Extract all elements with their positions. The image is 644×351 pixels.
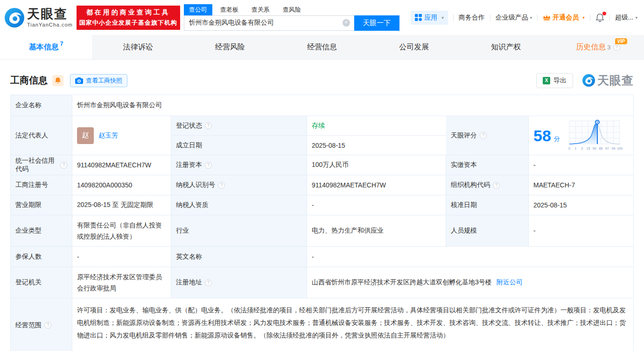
help-icon[interactable]: ?	[480, 132, 487, 139]
tab-basic-info[interactable]: 基本信息 7	[0, 35, 92, 59]
reg-status-value: 存续	[307, 116, 446, 136]
tab-label: 基本信息	[29, 42, 59, 52]
tab-operating-risk[interactable]: 经营风险	[184, 35, 276, 59]
notification-bell[interactable]	[595, 13, 604, 22]
svg-text:100: 100	[617, 147, 623, 150]
chevron-down-icon: ▾	[635, 15, 637, 20]
user-menu[interactable]: 超级... ▾	[615, 14, 637, 22]
bell-icon	[55, 77, 61, 84]
tab-history-info[interactable]: VIP 历史信息 3 ?	[552, 35, 644, 59]
help-icon[interactable]: ?	[205, 162, 212, 169]
reg-authority-value: 原平经济技术开发区管理委员会行政审批局	[72, 267, 171, 298]
nav-divider	[453, 14, 454, 21]
search-tab-company[interactable]: 查公司	[184, 4, 212, 15]
help-icon[interactable]: ?	[218, 182, 225, 189]
promo-line2: 国家中小企业发展子基金旗下机构	[77, 19, 180, 27]
tianyancha-logo-icon	[5, 8, 24, 28]
help-icon[interactable]: ?	[205, 279, 212, 286]
brand-watermark: 天眼查	[582, 73, 634, 88]
tab-legal-proceedings[interactable]: 法律诉讼	[92, 35, 184, 59]
field-label-with-help: 纳税人识别号 ?	[171, 175, 307, 195]
field-label: 实缴资本	[446, 155, 529, 175]
table-row: 经营范围 ? 许可项目：发电业务、输电业务、供（配）电业务。（依法须经批准的项目…	[11, 298, 633, 351]
field-label: 纳税人资质	[171, 195, 307, 215]
view-snapshot-button[interactable]: 查看工商快照	[70, 74, 127, 87]
table-subrow: 登记状态 ? 存续	[171, 116, 446, 136]
promo-banner: 都在用的商业查询工具 国家中小企业发展子基金旗下机构	[77, 6, 180, 30]
en-name-value: -	[307, 247, 633, 267]
nav-divider	[590, 14, 590, 21]
table-row: 工商注册号 14098200A000350 纳税人识别号 ? 91140982M…	[11, 175, 633, 195]
logo-text: 天眼查 TianYanCha.com	[27, 8, 73, 28]
monitor-bell-button[interactable]	[52, 75, 63, 86]
nav-business-coop[interactable]: 商务合作	[459, 14, 485, 22]
tab-company-development[interactable]: 公司发展	[368, 35, 460, 59]
svg-text:1: 1	[574, 147, 576, 150]
table-row: 统一社会信用代码 ? 91140982MAETAECH7W 注册资本 ? 100…	[11, 155, 633, 175]
field-label-with-help: 统一社会信用代码 ?	[11, 155, 72, 175]
help-icon[interactable]: ?	[205, 122, 212, 129]
tab-count: 3	[607, 44, 610, 51]
tianyancha-logo[interactable]: 天眼查 TianYanCha.com	[5, 8, 73, 28]
tab-intellectual-property[interactable]: 知识产权	[460, 35, 552, 59]
clear-icon[interactable]: ×	[343, 19, 350, 27]
nearby-companies-link[interactable]: 附近公司	[497, 278, 523, 287]
taxpayer-no-value: 91140982MAETAECH7W	[307, 175, 446, 195]
top-nav: 应用 ▾ 商务合作 企业级产品 ▾ 开通会员 ▾	[411, 11, 637, 25]
help-icon[interactable]: ?	[60, 162, 67, 169]
field-label: 核准日期	[446, 195, 529, 215]
score-unit: 分	[554, 135, 560, 143]
field-label-with-help: 登记状态 ?	[171, 116, 307, 136]
reg-address-value: 山西省忻州市原平经济技术开发区跨越大道双创孵化基地3号楼	[312, 278, 492, 287]
help-icon[interactable]: ?	[44, 322, 51, 329]
help-icon[interactable]: ?	[493, 182, 500, 189]
search-button[interactable]: 天眼一下	[354, 15, 399, 31]
legal-rep-cell: 赵 赵玉芳	[72, 116, 171, 155]
field-label: 法定代表人	[11, 116, 72, 155]
legal-rep-link[interactable]: 赵玉芳	[98, 131, 118, 140]
svg-text:50: 50	[593, 147, 596, 150]
tab-count: 7	[60, 41, 63, 47]
tab-label: 历史信息	[576, 42, 606, 52]
svg-text:3: 3	[581, 147, 583, 150]
staff-size-value: -	[529, 215, 633, 247]
avatar[interactable]: 赵	[77, 127, 94, 144]
view-snapshot-label: 查看工商快照	[86, 76, 122, 85]
field-label-with-help: 天眼评分 ?	[446, 116, 529, 155]
table-row: 企业名称 忻州市金朔风电设备有限公司	[11, 95, 633, 116]
field-label-with-help: 注册地址 ?	[171, 267, 307, 298]
field-label: 企业类型	[11, 215, 72, 247]
field-label: 成立日期	[171, 136, 307, 155]
search-tab-relation[interactable]: 查关系	[246, 4, 275, 15]
nav-enterprise-products[interactable]: 企业级产品 ▾	[496, 14, 532, 22]
insured-num-value: -	[72, 247, 171, 267]
enterprise-products-label: 企业级产品	[496, 14, 528, 22]
company-name-value: 忻州市金朔风电设备有限公司	[72, 95, 633, 116]
export-button[interactable]: X 导出	[536, 73, 573, 88]
search-tab-risk[interactable]: 查风险	[278, 4, 306, 15]
search-input[interactable]	[184, 15, 354, 31]
tianyancha-watermark-icon	[582, 74, 595, 87]
company-type-value: 有限责任公司（非自然人投资或控股的法人独资）	[72, 215, 171, 247]
camera-icon	[75, 77, 83, 84]
page-tabs: 基本信息 7 法律诉讼 经营风险 经营信息 公司发展 知识产权 VIP 历史信息…	[0, 35, 644, 60]
promo-line1: 都在用的商业查询工具	[77, 8, 180, 17]
apps-menu[interactable]: 应用 ▾	[411, 11, 448, 25]
field-label: 统一社会信用代码	[15, 157, 57, 173]
field-label-with-help: 组织机构代码 ?	[446, 175, 529, 195]
help-icon[interactable]: ?	[613, 44, 620, 51]
tab-operating-info[interactable]: 经营信息	[276, 35, 368, 59]
search-area: 查公司 查老板 查关系 查风险 × 天眼一下	[184, 5, 399, 31]
field-label: 营业期限	[11, 195, 72, 215]
paid-capital-value: -	[529, 155, 633, 175]
search-tab-boss[interactable]: 查老板	[215, 4, 244, 15]
table-row: 企业类型 有限责任公司（非自然人投资或控股的法人独资） 行业 电力、热力生产和供…	[11, 215, 633, 247]
open-vip-button[interactable]: 开通会员 ▾	[543, 14, 585, 22]
svg-text:85: 85	[599, 147, 602, 150]
field-label: 参保人数	[11, 247, 72, 267]
field-label: 英文名称	[171, 247, 307, 267]
notification-dot	[602, 12, 606, 15]
apps-grid-icon	[415, 14, 422, 21]
approval-date-value: 2025-08-15	[529, 195, 633, 215]
score-distribution-chart: 0 1 3 15 50 85 97 99 100	[567, 118, 623, 153]
